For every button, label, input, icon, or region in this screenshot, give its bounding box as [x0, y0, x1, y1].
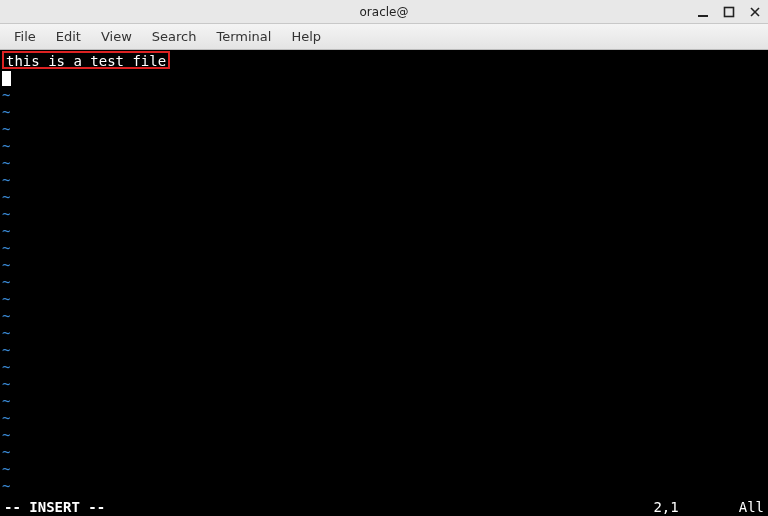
vim-viewpercent: All — [739, 499, 764, 516]
tilde-line: ~ — [2, 274, 766, 291]
menu-edit[interactable]: Edit — [46, 26, 91, 47]
tilde-line: ~ — [2, 223, 766, 240]
window-titlebar: oracle@ — [0, 0, 768, 24]
tilde-line: ~ — [2, 342, 766, 359]
editor-line-2 — [2, 70, 766, 87]
cursor-block-icon — [2, 71, 11, 86]
tilde-line: ~ — [2, 189, 766, 206]
tilde-line: ~ — [2, 155, 766, 172]
menu-view[interactable]: View — [91, 26, 142, 47]
menubar: File Edit View Search Terminal Help — [0, 24, 768, 50]
tilde-line: ~ — [2, 461, 766, 478]
tilde-line: ~ — [2, 325, 766, 342]
maximize-icon[interactable] — [720, 3, 738, 21]
tilde-line: ~ — [2, 410, 766, 427]
menu-file[interactable]: File — [4, 26, 46, 47]
tilde-line: ~ — [2, 393, 766, 410]
vim-mode: -- INSERT -- — [4, 499, 105, 516]
minimize-icon[interactable] — [694, 3, 712, 21]
tilde-line: ~ — [2, 359, 766, 376]
vim-statusbar: -- INSERT -- 2,1 All — [0, 498, 768, 516]
tilde-line: ~ — [2, 138, 766, 155]
tilde-line: ~ — [2, 376, 766, 393]
tilde-line: ~ — [2, 291, 766, 308]
tilde-line: ~ — [2, 206, 766, 223]
vim-position: 2,1 — [653, 499, 678, 516]
tilde-line: ~ — [2, 104, 766, 121]
tilde-line: ~ — [2, 257, 766, 274]
editor-line-1: this is a test file — [2, 51, 766, 70]
tilde-line: ~ — [2, 121, 766, 138]
close-icon[interactable] — [746, 3, 764, 21]
menu-search[interactable]: Search — [142, 26, 207, 47]
editor-line-1-text: this is a test file — [2, 51, 170, 69]
terminal-area[interactable]: this is a test file ~~~~~~~~~~~~~~~~~~~~… — [0, 50, 768, 516]
tilde-line: ~ — [2, 427, 766, 444]
tilde-line: ~ — [2, 308, 766, 325]
tilde-line: ~ — [2, 240, 766, 257]
tilde-line: ~ — [2, 87, 766, 104]
tilde-line: ~ — [2, 478, 766, 495]
window-controls — [694, 0, 764, 24]
menu-terminal[interactable]: Terminal — [206, 26, 281, 47]
svg-rect-1 — [725, 8, 734, 17]
tilde-line: ~ — [2, 172, 766, 189]
tilde-lines: ~~~~~~~~~~~~~~~~~~~~~~~~~ — [2, 87, 766, 512]
tilde-line: ~ — [2, 444, 766, 461]
svg-rect-0 — [698, 15, 708, 17]
window-title: oracle@ — [360, 5, 409, 19]
menu-help[interactable]: Help — [281, 26, 331, 47]
terminal-content: this is a test file ~~~~~~~~~~~~~~~~~~~~… — [0, 50, 768, 512]
